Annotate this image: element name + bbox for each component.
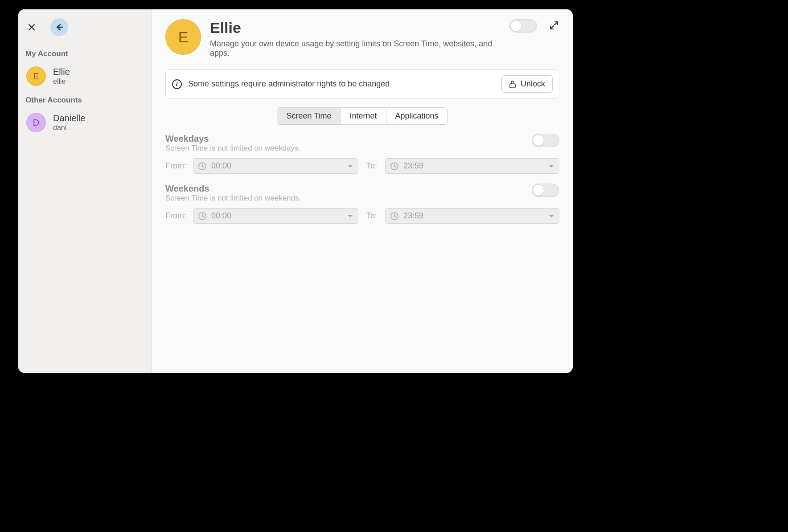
weekdays-toggle[interactable] <box>532 134 559 147</box>
user-avatar: E <box>165 19 201 55</box>
weekends-from-value: 00:00 <box>211 211 231 221</box>
weekdays-from-pair: From: 00:00 <box>165 158 358 174</box>
sidebar-account-ellie[interactable]: E Ellie ellie <box>25 63 145 90</box>
sidebar: My Account E Ellie ellie Other Accounts … <box>18 9 152 373</box>
account-name: Ellie <box>53 66 70 77</box>
toggle-knob <box>533 184 544 196</box>
clock-icon <box>390 212 399 221</box>
admin-notice: i Some settings require administrator ri… <box>165 70 559 98</box>
clock-icon <box>198 162 207 171</box>
weekdays-subtitle: Screen Time is not limited on weekdays. <box>165 144 526 153</box>
section-head: Weekdays Screen Time is not limited on w… <box>165 134 559 153</box>
weekdays-to-field[interactable]: 23:59 <box>385 158 559 174</box>
weekends-time-row: From: 00:00 To: 23:59 <box>165 208 559 224</box>
tabs: Screen Time Internet Applications <box>165 107 559 125</box>
weekdays-from-value: 00:00 <box>211 161 231 171</box>
main-content: E Ellie Manage your own device usage by … <box>152 9 573 373</box>
svg-rect-0 <box>510 84 515 88</box>
info-icon: i <box>172 79 182 89</box>
from-label: From: <box>165 161 188 171</box>
weekends-title: Weekends <box>165 184 526 194</box>
weekends-to-value: 23:59 <box>403 211 423 221</box>
avatar: D <box>26 113 46 132</box>
tab-applications[interactable]: Applications <box>386 108 447 124</box>
sidebar-account-danielle[interactable]: D Danielle dani <box>25 109 145 136</box>
chevron-down-icon <box>347 163 353 169</box>
weekdays-to-value: 23:59 <box>403 161 423 171</box>
notice-text: Some settings require administrator righ… <box>188 79 495 89</box>
weekends-section: Weekends Screen Time is not limited on w… <box>165 184 559 224</box>
chevron-down-icon <box>347 213 353 219</box>
unlock-label: Unlock <box>521 79 545 89</box>
weekends-from-field[interactable]: 00:00 <box>193 208 358 224</box>
section-titles: Weekdays Screen Time is not limited on w… <box>165 134 526 153</box>
segmented-control: Screen Time Internet Applications <box>277 107 447 125</box>
unlock-button[interactable]: Unlock <box>501 75 553 93</box>
account-username: ellie <box>53 77 70 86</box>
toggle-knob <box>533 135 544 146</box>
lock-open-icon <box>509 80 516 88</box>
weekends-to-pair: To: 23:59 <box>366 208 559 224</box>
chevron-down-icon <box>548 213 554 219</box>
other-accounts-heading: Other Accounts <box>25 90 145 109</box>
to-label: To: <box>366 161 380 171</box>
weekends-from-pair: From: 00:00 <box>165 208 358 224</box>
clock-icon <box>390 162 399 171</box>
account-text: Ellie ellie <box>53 66 70 86</box>
master-toggle[interactable] <box>509 19 537 33</box>
weekdays-to-pair: To: 23:59 <box>366 158 559 174</box>
settings-window: My Account E Ellie ellie Other Accounts … <box>18 9 573 373</box>
account-name: Danielle <box>53 113 85 123</box>
page-title: Ellie <box>210 19 501 37</box>
account-text: Danielle dani <box>53 113 85 132</box>
avatar: E <box>26 66 46 86</box>
back-button[interactable] <box>50 18 68 36</box>
weekends-to-field[interactable]: 23:59 <box>385 208 559 224</box>
header-text: Ellie Manage your own device usage by se… <box>210 19 501 58</box>
sidebar-nav <box>25 14 145 43</box>
header: E Ellie Manage your own device usage by … <box>165 19 559 58</box>
weekends-subtitle: Screen Time is not limited on weekends. <box>165 194 526 203</box>
from-label: From: <box>165 211 188 221</box>
header-controls <box>509 19 559 33</box>
maximize-button[interactable] <box>550 21 559 31</box>
toggle-knob <box>510 20 522 32</box>
arrow-left-icon <box>55 23 64 32</box>
weekends-toggle[interactable] <box>532 184 559 197</box>
tab-screen-time[interactable]: Screen Time <box>277 108 341 124</box>
section-head: Weekends Screen Time is not limited on w… <box>165 184 559 203</box>
weekdays-from-field[interactable]: 00:00 <box>193 158 358 174</box>
tab-internet[interactable]: Internet <box>341 108 386 124</box>
expand-icon <box>550 21 558 30</box>
clock-icon <box>198 212 207 221</box>
to-label: To: <box>366 211 380 221</box>
weekdays-time-row: From: 00:00 To: 23:59 <box>165 158 559 174</box>
account-username: dani <box>53 123 85 132</box>
weekdays-section: Weekdays Screen Time is not limited on w… <box>165 134 559 174</box>
my-account-heading: My Account <box>25 43 145 63</box>
page-subtitle: Manage your own device usage by setting … <box>210 39 501 58</box>
close-icon <box>28 24 35 31</box>
weekdays-title: Weekdays <box>165 134 526 144</box>
close-button[interactable] <box>25 21 38 33</box>
section-titles: Weekends Screen Time is not limited on w… <box>165 184 526 203</box>
chevron-down-icon <box>548 163 554 169</box>
